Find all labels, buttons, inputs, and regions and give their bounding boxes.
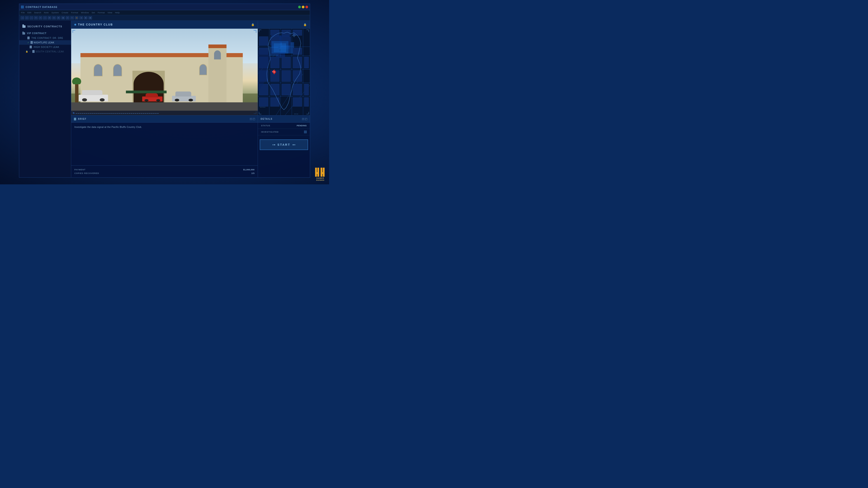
map-panel: 🔒 (258, 21, 310, 115)
svg-rect-27 (270, 57, 279, 68)
svg-rect-40 (259, 97, 268, 106)
svg-text:EAST AVE: EAST AVE (294, 113, 298, 115)
building-tower (209, 48, 226, 102)
sidebar-item-nightlife-leak[interactable]: ✓ NIGHTLIFE LEAK (19, 40, 71, 45)
details-header-text: DETAILS (260, 118, 300, 120)
gamer-guides-watermark: GAMER GUIDES (315, 167, 326, 181)
toolbar-btn-4[interactable]: ⟳ (34, 16, 38, 20)
car-grey-top (176, 92, 191, 96)
security-contracts-label: SECURITY CONTRACTS (27, 25, 62, 28)
investigated-row: INVESTIGATED (258, 129, 310, 135)
wheel-5 (175, 99, 179, 101)
title-bar-icon (21, 6, 24, 8)
investigated-label: INVESTIGATED (261, 131, 279, 133)
contract-lock-icon: 🔒 (251, 23, 254, 26)
toolbar-btn-10[interactable]: ▦ (61, 16, 65, 20)
toolbar-btn-2[interactable]: ▷ (25, 16, 29, 20)
copies-row: COPIES RECOVERED 1/3 (74, 171, 254, 175)
maximize-button[interactable] (298, 6, 301, 8)
toolbar-btn-13[interactable]: ⬛ (75, 16, 79, 20)
toolbar-btn-14[interactable]: ◈ (79, 16, 83, 20)
sidebar-section-security-contracts[interactable]: SECURITY CONTRACTS (19, 24, 71, 29)
car-grey-classic (172, 92, 196, 101)
toolbar-btn-15[interactable]: ◉ (84, 16, 88, 20)
gamer-guides-logo (315, 167, 326, 177)
details-resize-icon-1[interactable] (302, 118, 304, 120)
svg-rect-42 (293, 97, 302, 106)
map-title-bar: 🔒 (258, 21, 310, 29)
checkmark-icon: ✓ (27, 41, 29, 44)
vip-folder-icon (22, 32, 25, 35)
brief-resize-controls (250, 118, 255, 120)
sidebar-item-vip-contract[interactable]: VIP CONTRACT (19, 31, 71, 36)
building-scene (71, 29, 258, 115)
main-content: SECURITY CONTRACTS VIP CONTRACT THE CONT… (19, 21, 310, 177)
menu-search[interactable]: Search (34, 11, 41, 14)
car-white-top (82, 90, 102, 95)
brief-header: BRIEF (71, 116, 258, 123)
status-value: PENDING (297, 125, 307, 127)
sidebar-item-south-central[interactable]: 🔒 — SOUTH CENTRAL LEAK (19, 49, 71, 54)
start-button[interactable]: START (260, 139, 308, 150)
toolbar-btn-8[interactable]: ⊟ (52, 16, 56, 20)
svg-point-51 (274, 72, 275, 72)
window-left-2 (113, 64, 122, 76)
menu-view[interactable]: View (107, 11, 112, 14)
payment-section: PAYMENT $1,000,000 COPIES RECOVERED 1/3 (71, 165, 258, 177)
title-bar: CONTRACT DATABASE (19, 4, 310, 10)
svg-rect-34 (293, 70, 302, 82)
square-1 (274, 144, 275, 145)
svg-rect-28 (282, 57, 291, 68)
toolbar-btn-3[interactable]: ↑ (30, 16, 33, 20)
menu-set[interactable]: Set (92, 11, 95, 14)
close-button[interactable] (305, 6, 308, 8)
menu-system[interactable]: System (52, 11, 59, 14)
menu-note[interactable]: Note (44, 11, 49, 14)
main-panel: THE COUNTRY CLUB 🔒 (71, 21, 310, 177)
svg-rect-30 (304, 57, 309, 68)
svg-rect-59 (323, 168, 324, 172)
svg-rect-45 (274, 43, 286, 53)
toolbar-btn-11[interactable]: ⊡ (66, 16, 69, 20)
map-view: SOUTH BLVD EAST AVE (258, 29, 310, 115)
menu-format[interactable]: Format (71, 11, 79, 14)
brief-text: Investigate the data signal at the Pacif… (74, 125, 254, 129)
menu-format2[interactable]: Format (98, 11, 105, 14)
details-resize-icon-2[interactable] (305, 118, 307, 120)
toolbar-btn-1[interactable]: ◁ (21, 16, 24, 20)
toolbar-btn-9[interactable]: ⊠ (57, 16, 60, 20)
status-label: STATUS (261, 125, 270, 127)
toolbar-btn-6[interactable]: ☆ (43, 16, 47, 20)
brief-resize-icon-1[interactable] (250, 118, 252, 120)
investigated-checkbox[interactable] (304, 131, 307, 133)
minimize-button[interactable] (302, 6, 305, 8)
svg-rect-57 (315, 172, 319, 174)
status-row: STATUS PENDING (258, 123, 310, 129)
sidebar-item-dr-dre[interactable]: THE CONTRACT: DR. DRE (19, 36, 71, 40)
toolbar-btn-12[interactable]: ↻ (70, 16, 74, 20)
image-info-bar: ▬▬▬▬▬▬▬▬▬▬▬▬▬▬▬▬▬▬▬▬▬▬▬▬▬▬▬▬▬▬▬▬▬▬▬▬▬▬▬▬… (71, 111, 258, 115)
toolbar-btn-16[interactable]: ▣ (88, 16, 92, 20)
svg-rect-39 (304, 84, 309, 95)
corner-tl (72, 30, 75, 33)
sidebar-item-high-society[interactable]: HIGH SOCIETY LEAK (19, 45, 71, 49)
brief-resize-icon-2[interactable] (253, 118, 255, 120)
menu-create[interactable]: Create (62, 11, 68, 14)
map-lock-icon: 🔒 (303, 23, 307, 26)
toolbar-btn-5[interactable]: ✕ (39, 16, 42, 20)
window-controls (298, 6, 308, 8)
palm-leaves-1 (72, 77, 81, 84)
main-window: CONTRACT DATABASE File Edit Search Note … (19, 4, 310, 177)
window-left-1 (94, 64, 103, 76)
svg-rect-38 (293, 84, 302, 95)
sidebar: SECURITY CONTRACTS VIP CONTRACT THE CONT… (19, 21, 71, 177)
menu-file[interactable]: File (21, 11, 25, 14)
dot-2 (294, 144, 295, 145)
menu-help[interactable]: Help (115, 11, 120, 14)
menu-edit[interactable]: Edit (28, 11, 32, 14)
menu-window[interactable]: Window (81, 11, 89, 14)
svg-rect-36 (270, 84, 279, 95)
toolbar-btn-7[interactable]: ⊞ (48, 16, 51, 20)
svg-rect-25 (293, 48, 302, 55)
payment-label: PAYMENT (74, 168, 86, 171)
